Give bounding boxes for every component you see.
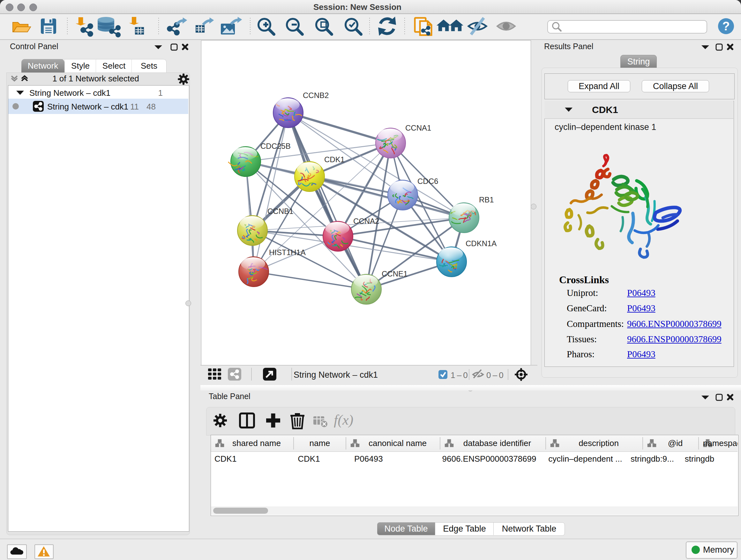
svg-text:CCNA1: CCNA1 (405, 124, 431, 132)
svg-text:CCNB2: CCNB2 (303, 91, 329, 100)
svg-text:shared name: shared name (232, 438, 281, 448)
svg-text:CDKN1A: CDKN1A (466, 239, 496, 248)
svg-text:CDK1: CDK1 (324, 155, 345, 164)
svg-text:database identifier: database identifier (463, 438, 531, 448)
svg-text:CCNB1: CCNB1 (267, 207, 293, 215)
svg-text:description: description (579, 438, 619, 448)
svg-text:CCNA2: CCNA2 (353, 217, 379, 226)
svg-text:CDC6: CDC6 (417, 177, 438, 186)
svg-text:CCNE1: CCNE1 (382, 269, 408, 278)
svg-text:@id: @id (668, 438, 683, 448)
svg-text:HIST1H1A: HIST1H1A (269, 248, 306, 257)
svg-text:CDC25B: CDC25B (260, 142, 291, 150)
svg-text:?: ? (722, 19, 730, 33)
svg-text:namespace: namespace (703, 438, 738, 448)
svg-text:canonical name: canonical name (368, 438, 427, 448)
svg-text:name: name (309, 438, 330, 448)
svg-text:RB1: RB1 (479, 195, 494, 204)
